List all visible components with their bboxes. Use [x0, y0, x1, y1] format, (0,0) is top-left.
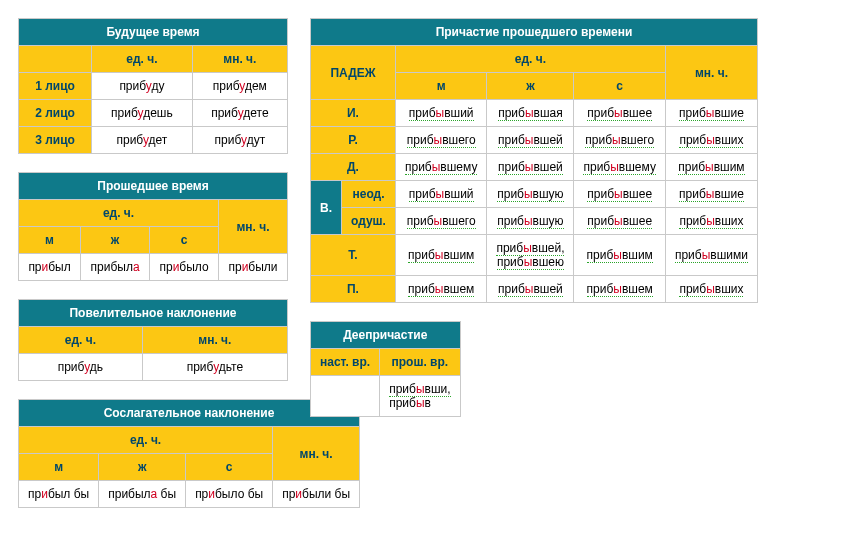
future-title: Будущее время: [19, 19, 287, 45]
imperative-table: Повелительное наклонение ед. ч.мн. ч. пр…: [18, 299, 288, 381]
subjunctive-table: Сослагательное наклонение ед. ч.мн. ч. м…: [18, 399, 360, 508]
gerund-table: Деепричастие наст. вр.прош. вр. прибывши…: [310, 321, 461, 417]
future-tense-table: Будущее время ед. ч.мн. ч. 1 лицоприбуду…: [18, 18, 288, 154]
participle-table: Причастие прошедшего времени ПАДЕЖ ед. ч…: [310, 18, 758, 303]
cell: прибуду: [92, 73, 192, 99]
past-tense-table: Прошедшее время ед. ч.мн. ч. мжс прибыл …: [18, 172, 288, 281]
